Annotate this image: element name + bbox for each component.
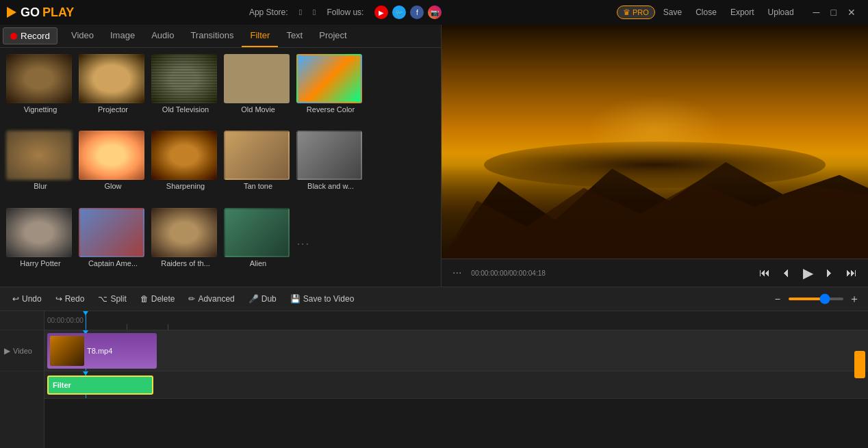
video-clip[interactable]: T8.mp4 <box>47 333 157 369</box>
minimize-button[interactable]: ─ <box>808 5 826 19</box>
filter-black-white[interactable]: Black and w... <box>296 131 365 203</box>
crown-icon: ♛ <box>623 8 630 17</box>
filter-old-movie[interactable]: Old Movie <box>224 54 292 127</box>
skip-to-end-button[interactable]: ⏭ <box>842 264 861 282</box>
skip-to-start-button[interactable]: ⏮ <box>755 264 774 282</box>
apple-icon[interactable]:  <box>313 8 316 17</box>
filter-label-glow: Glow <box>79 182 147 190</box>
filter-track: Filter <box>44 371 868 399</box>
facebook-icon[interactable]: f <box>410 5 424 19</box>
tab-project[interactable]: Project <box>311 25 355 47</box>
step-forward-button[interactable]: ⏵ <box>820 264 839 282</box>
dub-button[interactable]: 🎤 Dub <box>243 291 282 306</box>
tab-text[interactable]: Text <box>278 25 311 47</box>
close-button[interactable]: Close <box>690 5 722 20</box>
filter-blur[interactable]: Blur <box>6 131 75 203</box>
sky-glow <box>587 95 724 163</box>
timeline-content[interactable]: 00:00:00:00 T8.mp4 <box>44 311 868 448</box>
youtube-icon[interactable]: ▶ <box>374 5 388 19</box>
ruler-tick-3 <box>168 324 168 330</box>
tab-image[interactable]: Image <box>102 25 143 47</box>
filter-sharpening[interactable]: Sharpening <box>151 131 220 203</box>
filter-thumb-alien <box>224 208 290 257</box>
filter-thumb-blur <box>6 131 72 180</box>
instagram-icon[interactable]: 📷 <box>428 5 442 19</box>
time-display: 00:00:00:00/00:00:04:18 <box>471 269 545 277</box>
scroll-hint <box>854 330 868 399</box>
mountain-svg <box>442 130 868 259</box>
tab-transitions[interactable]: Transitions <box>182 25 242 47</box>
filter-clip-label: Filter <box>53 381 71 389</box>
filter-alien[interactable]: Alien <box>224 208 292 280</box>
filter-more-indicator: ⋮ <box>296 208 310 280</box>
play-pause-button[interactable]: ▶ <box>799 262 817 284</box>
maximize-button[interactable]: □ <box>826 5 842 19</box>
filter-thumb-projector <box>79 54 144 103</box>
video-clip-label: T8.mp4 <box>87 347 112 355</box>
split-button[interactable]: ⌥ Split <box>92 291 131 306</box>
export-button[interactable]: Export <box>725 5 760 20</box>
filter-clip[interactable]: Filter <box>47 375 153 395</box>
zoom-in-button[interactable]: ＋ <box>847 291 861 308</box>
undo-icon: ↩ <box>12 294 19 304</box>
player-bar: ··· 00:00:00:00/00:00:04:18 ⏮ ⏴ ▶ ⏵ ⏭ <box>442 259 868 287</box>
filter-captain-america[interactable]: Captain Ame... <box>79 208 147 280</box>
undo-button[interactable]: ↩ Undo <box>7 291 47 306</box>
scroll-bar[interactable] <box>854 351 865 378</box>
filter-tan-tone[interactable]: Tan tone <box>224 131 292 203</box>
tab-filter[interactable]: Filter <box>242 25 278 47</box>
timeline-labels: ▶ Video <box>0 311 44 448</box>
zoom-out-button[interactable]: － <box>771 291 784 308</box>
tab-video[interactable]: Video <box>63 25 102 47</box>
filter-harry-potter[interactable]: Harry Potter <box>6 208 75 280</box>
advanced-button[interactable]: ✏ Advanced <box>183 291 240 306</box>
delete-icon: 🗑 <box>140 294 149 304</box>
save-to-video-button[interactable]: 💾 Save to Video <box>285 291 360 306</box>
filter-old-television[interactable]: Old Television <box>151 54 220 127</box>
window-controls: ─ □ ✕ <box>808 5 861 19</box>
filter-reverse-color[interactable]: Reverse Color <box>296 54 365 127</box>
redo-button[interactable]: ↪ Redo <box>50 291 90 306</box>
logo-triangle <box>7 7 16 18</box>
pro-badge: ♛ PRO <box>617 5 655 19</box>
split-label: Split <box>110 294 126 304</box>
pro-label: PRO <box>633 8 649 16</box>
twitter-icon[interactable]: 🐦 <box>392 5 406 19</box>
window-close-button[interactable]: ✕ <box>842 5 861 19</box>
filter-glow[interactable]: Glow <box>79 131 147 203</box>
filter-label-projector: Projector <box>79 105 147 114</box>
record-button[interactable]: Record <box>3 27 58 44</box>
filter-label-reverse: Reverse Color <box>296 105 365 114</box>
tab-audio[interactable]: Audio <box>143 25 182 47</box>
more-options-icon[interactable]: ··· <box>448 265 465 280</box>
ruler-label <box>0 311 44 330</box>
follow-label: Follow us: <box>327 8 363 17</box>
filter-label-tan: Tan tone <box>224 182 292 190</box>
zoom-slider[interactable] <box>789 298 843 300</box>
video-track-label: ▶ Video <box>0 330 44 371</box>
upload-button[interactable]: Upload <box>763 5 800 20</box>
ruler-tick-1 <box>86 324 86 330</box>
filter-label-alien: Alien <box>224 259 292 267</box>
delete-button[interactable]: 🗑 Delete <box>135 291 181 306</box>
filter-thumb-reverse <box>296 54 362 103</box>
app-store-label: App Store: <box>249 8 288 17</box>
filter-thumb-raiders <box>151 208 217 257</box>
ruler-tick-2 <box>127 324 127 330</box>
video-track-icon: ▶ <box>4 346 10 356</box>
save-button[interactable]: Save <box>658 5 687 20</box>
record-label: Record <box>21 31 50 41</box>
step-back-button[interactable]: ⏴ <box>777 264 796 282</box>
filter-label-sharpening: Sharpening <box>151 182 220 190</box>
ruler-time-0: 00:00:00:00 <box>47 317 84 324</box>
video-track-text: Video <box>13 347 32 355</box>
filter-raiders[interactable]: Raiders of th... <box>151 208 220 280</box>
filter-vignetting[interactable]: Vignetting <box>6 54 75 127</box>
bottom-toolbar: ↩ Undo ↪ Redo ⌥ Split 🗑 Delete ✏ Advance… <box>0 287 868 311</box>
filter-thumb-hp <box>6 208 72 257</box>
filter-label-bw: Black and w... <box>296 182 365 190</box>
filter-projector[interactable]: Projector <box>79 54 147 127</box>
filter-track-label <box>0 371 44 399</box>
android-icon[interactable]:  <box>299 8 302 17</box>
filter-label-hp: Harry Potter <box>6 259 75 267</box>
